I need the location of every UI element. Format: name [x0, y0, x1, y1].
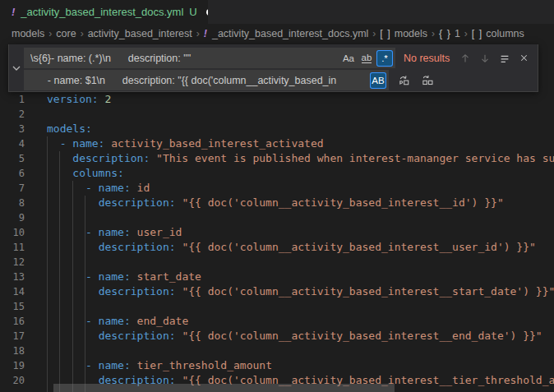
code-line[interactable]: 3models:	[0, 122, 554, 136]
code-line-text: description: "{{ doc('column__activity_b…	[25, 196, 504, 210]
match-case-toggle[interactable]: Aa	[340, 50, 357, 67]
code-line[interactable]: 19 - name: tier_threshold_amount	[0, 358, 554, 373]
find-in-selection-button[interactable]	[496, 49, 513, 67]
code-token: description:	[99, 330, 176, 342]
line-number[interactable]: 2	[0, 107, 25, 122]
replace-input[interactable]: - name: $1\n description: "{{ doc('colum…	[24, 70, 389, 90]
replace-all-button[interactable]	[419, 71, 436, 89]
code-token	[131, 182, 137, 194]
code-token: - name:	[85, 359, 131, 371]
toggle-replace-chevron[interactable]	[9, 44, 24, 91]
horizontal-scrollbar[interactable]	[53, 384, 395, 392]
code-line[interactable]: 18	[0, 344, 554, 358]
code-line[interactable]: 16 - name: end_date	[0, 314, 554, 329]
code-line[interactable]: 1version: 2	[0, 92, 554, 107]
line-number[interactable]: 20	[0, 373, 25, 388]
find-results-label: No results	[404, 53, 450, 64]
code-line[interactable]: 11 description: "{{ doc('column__activit…	[0, 240, 554, 255]
line-number[interactable]: 18	[0, 344, 25, 358]
find-nav-buttons	[456, 49, 533, 67]
line-number[interactable]: 16	[0, 314, 25, 329]
code-line[interactable]: 7 - name: id	[0, 181, 554, 196]
code-line-text	[25, 107, 47, 122]
find-options: Aaab.*	[339, 50, 393, 67]
replace-icon	[398, 74, 410, 86]
code-line-text: - name: start_date	[25, 270, 201, 284]
code-line[interactable]: 5 description: "This event is published …	[0, 151, 554, 166]
preserve-case-toggle[interactable]: AB	[370, 72, 386, 89]
line-number[interactable]: 13	[0, 270, 25, 284]
line-number[interactable]: 4	[0, 136, 25, 151]
line-number[interactable]: 17	[0, 329, 25, 344]
code-token: description:	[99, 196, 176, 209]
line-number[interactable]: 15	[0, 299, 25, 314]
code-line[interactable]: 13 - name: start_date	[0, 270, 554, 284]
line-number[interactable]: 5	[0, 151, 25, 166]
unsaved-dot-icon[interactable]	[206, 9, 208, 16]
code-token: id	[137, 182, 150, 194]
code-editor[interactable]: 1version: 223models:4 - name: activity_b…	[0, 92, 554, 388]
code-line-text: - name: user_id	[25, 225, 182, 240]
code-token: columns:	[72, 167, 124, 179]
code-line[interactable]: 9	[0, 210, 554, 225]
code-token: "This event is published when interest-m…	[156, 152, 554, 164]
code-line-text: - name: activity_based_interest_activate…	[25, 136, 324, 151]
line-number[interactable]: 11	[0, 240, 25, 255]
code-token: "{{ doc('column__activity_based_interest…	[182, 285, 554, 297]
code-line[interactable]: 17 description: "{{ doc('column__activit…	[0, 329, 554, 344]
find-input[interactable]: \s{6}- name: (.*)\n description: "" Aaab…	[24, 48, 395, 68]
code-line[interactable]: 10 - name: user_id	[0, 225, 554, 240]
breadcrumb-separator-icon: ›	[432, 28, 435, 39]
code-token	[47, 152, 72, 164]
previous-match-button[interactable]	[456, 49, 473, 67]
selection-lines-icon	[499, 53, 510, 64]
line-number[interactable]: 6	[0, 166, 25, 181]
breadcrumb-item[interactable]: { }1	[439, 28, 460, 39]
whole-word-toggle[interactable]: ab	[358, 50, 375, 67]
replace-input-value[interactable]: - name: $1\n description: "{{ doc('colum…	[30, 75, 368, 86]
breadcrumb-item[interactable]: activity_based_interest	[88, 28, 192, 39]
code-line[interactable]: 8 description: "{{ doc('column__activity…	[0, 196, 554, 210]
line-number[interactable]: 1	[0, 92, 25, 107]
code-token: - name:	[85, 182, 131, 194]
line-number[interactable]: 3	[0, 122, 25, 136]
tab-active-file[interactable]: ! _activity_based_interest_docs.yml U	[0, 0, 208, 24]
line-number[interactable]: 10	[0, 225, 25, 240]
replace-button[interactable]	[395, 71, 413, 89]
code-token: - name:	[85, 226, 131, 238]
code-line[interactable]: 6 columns:	[0, 166, 554, 181]
line-number[interactable]: 7	[0, 181, 25, 196]
code-token: models:	[47, 122, 92, 135]
breadcrumb-item[interactable]: [ ]models	[380, 28, 427, 39]
tab-filename: _activity_based_interest_docs.yml	[21, 6, 183, 18]
line-number[interactable]: 12	[0, 255, 25, 270]
breadcrumb-item[interactable]: [ ]columns	[472, 28, 524, 39]
next-match-button[interactable]	[476, 49, 493, 67]
breadcrumb-label: 1	[455, 28, 460, 39]
breadcrumb-separator-icon: ›	[464, 28, 468, 39]
line-number[interactable]: 8	[0, 196, 25, 210]
code-token	[47, 226, 85, 238]
find-input-value[interactable]: \s{6}- name: (.*)\n description: ""	[30, 53, 339, 64]
breadcrumb-item[interactable]: core	[56, 28, 76, 39]
code-token: end_date	[137, 315, 189, 327]
code-line[interactable]: 4 - name: activity_based_interest_activa…	[0, 136, 554, 151]
code-token	[47, 167, 72, 179]
code-token: user_id	[137, 226, 182, 238]
line-number[interactable]: 14	[0, 284, 25, 299]
symbol-object-icon: { }	[439, 28, 451, 39]
code-token	[47, 241, 99, 253]
code-line-text	[25, 210, 47, 225]
code-line[interactable]: 2	[0, 107, 554, 122]
line-number[interactable]: 9	[0, 210, 25, 225]
code-token	[47, 315, 85, 327]
use-regex-toggle[interactable]: .*	[376, 50, 393, 67]
close-find-button[interactable]	[515, 49, 533, 67]
breadcrumb-item[interactable]: !_activity_based_interest_docs.yml	[204, 28, 369, 39]
code-line[interactable]: 15	[0, 299, 554, 314]
code-line[interactable]: 14 description: "{{ doc('column__activit…	[0, 284, 554, 299]
code-line[interactable]: 12	[0, 255, 554, 270]
line-number[interactable]: 19	[0, 358, 25, 373]
breadcrumb-label: columns	[486, 28, 524, 39]
breadcrumb-item[interactable]: models	[12, 28, 44, 39]
